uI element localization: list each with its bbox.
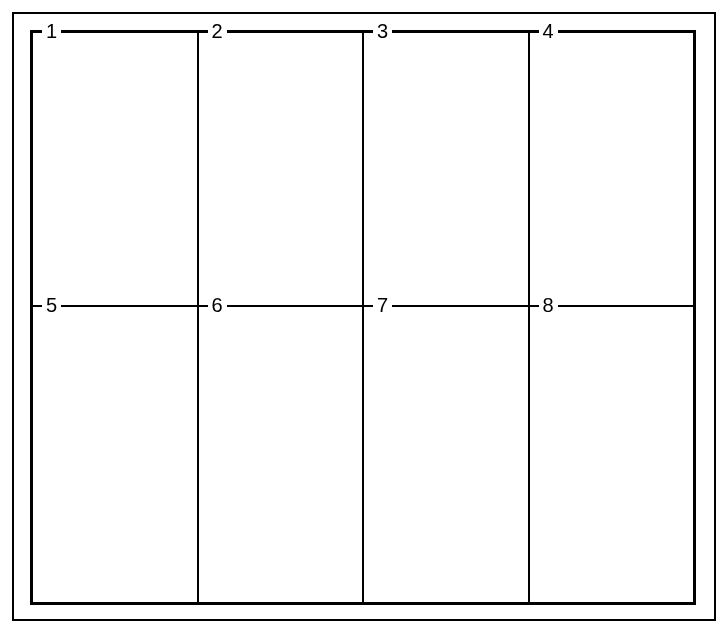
cell-label-6: 6 (208, 294, 227, 316)
cell-8: 8 (529, 306, 695, 603)
grid-container: 1 2 3 4 5 6 7 8 (30, 30, 696, 605)
outer-frame: 1 2 3 4 5 6 7 8 (12, 12, 716, 621)
cell-1: 1 (32, 32, 198, 306)
cell-5: 5 (32, 306, 198, 603)
cell-3: 3 (363, 32, 529, 306)
cell-2: 2 (198, 32, 364, 306)
cell-label-3: 3 (373, 20, 392, 42)
cell-label-1: 1 (42, 20, 61, 42)
cell-7: 7 (363, 306, 529, 603)
cell-label-8: 8 (539, 294, 558, 316)
cell-label-2: 2 (208, 20, 227, 42)
cell-label-4: 4 (539, 20, 558, 42)
cell-label-7: 7 (373, 294, 392, 316)
cell-label-5: 5 (42, 294, 61, 316)
cell-6: 6 (198, 306, 364, 603)
cell-4: 4 (529, 32, 695, 306)
